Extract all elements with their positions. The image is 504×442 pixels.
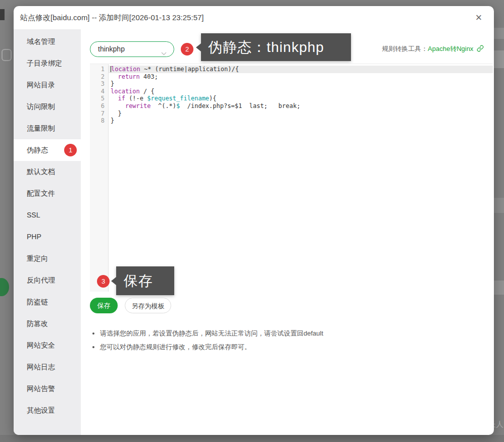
sidebar-item-rewrite[interactable]: 伪静态1 [14, 139, 81, 161]
line-number: 4 [90, 88, 109, 95]
sidebar-item-label: 配置文件 [27, 189, 55, 197]
background-artifact [0, 435, 504, 442]
sidebar-item-access-limit[interactable]: 访问限制 [14, 96, 81, 118]
line-number: 3 [90, 80, 109, 88]
editor-line: 3} [90, 80, 493, 88]
annotation-tooltip-rewrite: 伪静态：thinkphp [201, 33, 351, 61]
close-icon[interactable]: × [472, 10, 485, 25]
sidebar-item-label: 访问限制 [27, 102, 55, 111]
sidebar-item-label: 其他设置 [27, 406, 55, 414]
line-code: } [109, 117, 493, 125]
rewrite-template-select[interactable]: thinkphp [90, 41, 174, 57]
sidebar-item-label: 防盗链 [27, 298, 48, 306]
line-number: 8 [90, 117, 109, 125]
sidebar-item-subdir-bind[interactable]: 子目录绑定 [14, 52, 81, 74]
line-code: if (!-e $request_filename){ [109, 95, 493, 102]
site-settings-modal: 站点修改[baidu.com] -- 添加时间[2026-01-13 23:25… [14, 6, 494, 435]
sidebar-item-label: 重定向 [27, 254, 48, 262]
sidebar-item-label: 流量限制 [27, 124, 55, 132]
note-item: 您可以对伪静态规则进行修改，修改完后保存即可。 [100, 343, 323, 352]
annotation-badge-1: 1 [64, 144, 77, 156]
sidebar-item-label: 网站告警 [27, 384, 55, 393]
apache-to-nginx-link[interactable]: Apache转Nginx [428, 45, 473, 52]
sidebar-item-label: 域名管理 [27, 37, 55, 45]
sidebar-item-label: 伪静态 [27, 146, 48, 154]
sidebar-item-php[interactable]: PHP [14, 226, 81, 248]
chevron-down-icon [161, 48, 167, 58]
annotation-tooltip-rewrite-text: 伪静态：thinkphp [208, 39, 324, 55]
converter-label: 规则转换工具： [382, 45, 428, 52]
note-item: 请选择您的应用，若设置伪静态后，网站无法正常访问，请尝试设置回default [100, 329, 323, 338]
line-code: } [109, 80, 493, 88]
rule-converter: 规则转换工具：Apache转Nginx [382, 44, 484, 53]
rewrite-panel: thinkphp 规则转换工具：Apache转Nginx 2 伪静态：thin [81, 29, 494, 435]
sidebar-item-redirect[interactable]: 重定向 [14, 248, 81, 269]
background-artifact [0, 278, 9, 296]
sidebar-item-tamper-proof[interactable]: 防篡改 [14, 313, 81, 335]
save-as-template-button[interactable]: 另存为模板 [125, 298, 171, 313]
tooltip-arrow [111, 277, 116, 285]
sidebar-item-domain-manage[interactable]: 域名管理 [14, 31, 81, 52]
sidebar-item-label: 防篡改 [27, 319, 48, 327]
editor-line: 6 rewrite ^(.*)$ /index.php?s=$1 last; b… [90, 102, 493, 110]
line-number: 7 [90, 110, 109, 118]
sidebar-item-other-settings[interactable]: 其他设置 [14, 400, 81, 421]
background-artifact [0, 9, 5, 20]
settings-sidebar: 域名管理子目录绑定网站目录访问限制流量限制伪静态1默认文档配置文件SSLPHP重… [14, 29, 81, 435]
background-artifact [2, 49, 12, 61]
sidebar-item-ssl[interactable]: SSL [14, 204, 81, 226]
sidebar-item-label: 默认文档 [27, 168, 55, 176]
sidebar-item-site-dir[interactable]: 网站目录 [14, 74, 81, 96]
notes-list: 请选择您的应用，若设置伪静态后，网站无法正常访问，请尝试设置回default您可… [100, 329, 323, 356]
line-number: 5 [90, 95, 109, 102]
line-code: rewrite ^(.*)$ /index.php?s=$1 last; bre… [109, 102, 493, 110]
annotation-tooltip-save: 保存 [116, 266, 174, 295]
line-code: location ~* (runtime|application)/{ [109, 66, 493, 73]
sidebar-item-site-alert[interactable]: 网站告警 [14, 378, 81, 400]
line-number: 1 [90, 66, 109, 73]
annotation-badge-3: 3 [97, 275, 110, 288]
sidebar-item-config-file[interactable]: 配置文件 [14, 183, 81, 204]
editor-line: 1location ~* (runtime|application)/{ [90, 66, 493, 73]
sidebar-item-default-doc[interactable]: 默认文档 [14, 161, 81, 183]
line-number: 2 [90, 73, 109, 81]
modal-header: 站点修改[baidu.com] -- 添加时间[2026-01-13 23:25… [14, 6, 494, 29]
sidebar-item-site-security[interactable]: 网站安全 [14, 335, 81, 356]
editor-line: 4location / { [90, 88, 493, 95]
background-artifact [494, 198, 504, 213]
sidebar-item-label: 子目录绑定 [27, 59, 62, 67]
screen: 长人 站点修改[baidu.com] -- 添加时间[2026-01-13 23… [0, 0, 504, 442]
editor-line: 5 if (!-e $request_filename){ [90, 95, 493, 102]
sidebar-item-label: 网站目录 [27, 81, 55, 89]
annotation-tooltip-save-text: 保存 [124, 273, 153, 289]
editor-line: 2 return 403; [90, 73, 493, 81]
sidebar-item-reverse-proxy[interactable]: 反向代理 [14, 269, 81, 291]
sidebar-item-label: PHP [27, 233, 41, 241]
annotation-badge-2: 2 [181, 43, 193, 56]
sidebar-item-label: 网站安全 [27, 341, 55, 349]
editor-line: 7 } [90, 110, 493, 118]
editor-line: 8} [90, 117, 493, 125]
sidebar-item-label: 网站日志 [27, 363, 55, 371]
sidebar-item-label: 反向代理 [27, 276, 55, 284]
tooltip-arrow [196, 43, 201, 51]
background-artifact [494, 28, 504, 39]
line-code: return 403; [109, 73, 493, 81]
sidebar-item-traffic-limit[interactable]: 流量限制 [14, 118, 81, 139]
background-artifact [494, 281, 504, 295]
sidebar-item-site-log[interactable]: 网站日志 [14, 356, 81, 378]
save-button[interactable]: 保存 [90, 298, 118, 313]
sidebar-item-label: SSL [27, 211, 40, 219]
line-number: 6 [90, 102, 109, 110]
background-artifact [494, 50, 504, 68]
line-code: location / { [109, 88, 493, 95]
modal-title: 站点修改[baidu.com] -- 添加时间[2026-01-13 23:25… [20, 13, 204, 23]
sidebar-item-hotlink[interactable]: 防盗链 [14, 291, 81, 313]
rewrite-code-editor[interactable]: 1location ~* (runtime|application)/{2 re… [90, 64, 493, 292]
line-code: } [109, 110, 493, 118]
link-icon [475, 46, 484, 53]
select-value: thinkphp [98, 45, 125, 53]
